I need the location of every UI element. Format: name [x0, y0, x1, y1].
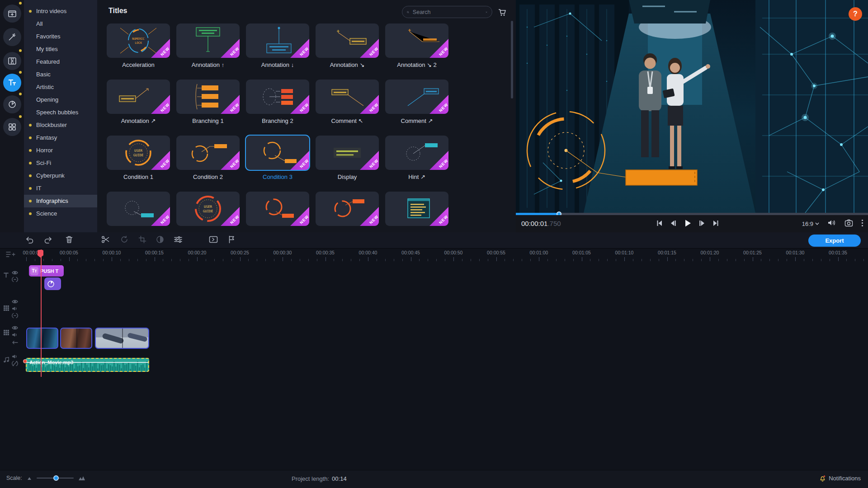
stickers-button[interactable]	[3, 95, 21, 113]
more-tools-button[interactable]	[3, 118, 21, 136]
title-card-annotation-se-2[interactable]: NEW Annotation ↘ 2	[385, 23, 448, 69]
next-frame-button[interactable]	[698, 220, 706, 227]
rotate-button[interactable]	[120, 235, 130, 245]
title-card-row4-1[interactable]: NEW	[107, 192, 170, 232]
category-item-blockbuster[interactable]: Blockbuster	[24, 119, 97, 131]
title-card-condition-2[interactable]: NEW Condition 2	[176, 136, 240, 181]
video-track-align-button[interactable]	[12, 338, 18, 347]
skip-to-start-button[interactable]	[656, 220, 663, 227]
category-item-basic[interactable]: Basic	[24, 68, 97, 81]
search-box[interactable]	[402, 6, 492, 18]
volume-button[interactable]	[827, 219, 836, 229]
category-item-sci-fi[interactable]: Sci-Fi	[24, 157, 97, 169]
ruler-tick	[163, 259, 163, 261]
title-card-branching-1[interactable]: NEW Branching 1	[176, 80, 240, 125]
title-card-annotation-down[interactable]: NEW Annotation ↓	[246, 23, 309, 69]
card-label: Annotation ↑	[176, 61, 240, 69]
category-item-artistic[interactable]: Artistic	[24, 81, 97, 94]
timeline-ruler[interactable]: 00:00:0000:00:0500:00:1000:00:1500:00:20…	[0, 249, 868, 262]
notifications-button[interactable]: Notifications	[819, 475, 861, 482]
add-track-button[interactable]	[5, 250, 15, 260]
project-length: Project length:00:14	[292, 475, 347, 482]
video-clip-3[interactable]	[95, 328, 149, 349]
search-input[interactable]	[413, 9, 486, 15]
title-card-row4-2[interactable]: USER GUIDE NEW	[176, 192, 240, 232]
category-item-intro-videos[interactable]: Intro videos	[24, 5, 97, 18]
audio-track-unlink-toggle[interactable]	[12, 360, 18, 368]
help-button[interactable]: ?	[849, 7, 862, 21]
titles-button[interactable]	[3, 74, 21, 92]
title-card-row4-4[interactable]: NEW	[316, 192, 379, 232]
zoom-out-icon[interactable]	[27, 476, 32, 480]
ruler-tick	[479, 259, 480, 261]
clip-properties-button[interactable]	[174, 235, 184, 245]
audio-clip[interactable]: Action_Movie.mp3	[26, 358, 149, 372]
import-button[interactable]	[3, 5, 21, 23]
split-button[interactable]	[101, 235, 111, 245]
category-item-my-titles[interactable]: My titles	[24, 43, 97, 56]
play-button[interactable]	[683, 219, 692, 228]
title-card-annotation-up[interactable]: NEW Annotation ↑	[176, 23, 240, 69]
audio-keyframe-dot[interactable]	[23, 359, 27, 363]
title-card-annotation-ne[interactable]: NEW Annotation ↗	[107, 80, 170, 125]
panel-scrollbar[interactable]	[511, 21, 513, 99]
redo-button[interactable]	[43, 235, 53, 245]
title-card-row4-5[interactable]: NEW	[385, 192, 448, 232]
title-track-link-toggle[interactable]	[12, 276, 18, 284]
category-item-opening[interactable]: Opening	[24, 94, 97, 106]
category-item-cyberpunk[interactable]: Cyberpunk	[24, 169, 97, 182]
video-clip-2[interactable]	[60, 328, 92, 349]
ruler-label: 00:00:55	[487, 250, 505, 255]
title-card-annotation-se[interactable]: NEW Annotation ↘	[316, 23, 379, 69]
ruler-tick	[171, 259, 172, 261]
title-card-comment-ne[interactable]: NEW Comment ↗	[385, 80, 448, 125]
category-item-favorites[interactable]: Favorites	[24, 30, 97, 43]
infographic-clip[interactable]	[44, 277, 61, 290]
ruler-tick	[103, 259, 104, 261]
category-item-it[interactable]: IT	[24, 182, 97, 195]
scale-slider-knob[interactable]	[53, 475, 59, 481]
category-item-horror[interactable]: Horror	[24, 144, 97, 157]
category-item-featured[interactable]: Featured	[24, 56, 97, 68]
scene-detection-button[interactable]	[209, 235, 219, 245]
video-clip-1[interactable]	[26, 328, 58, 349]
title-card-display[interactable]: NEW Display	[316, 136, 379, 181]
previous-frame-button[interactable]	[670, 220, 677, 227]
category-item-all[interactable]: All	[24, 18, 97, 30]
delete-button[interactable]	[65, 235, 75, 245]
category-item-science[interactable]: Science	[24, 207, 97, 220]
undo-button[interactable]	[25, 235, 35, 245]
title-card-acceleration[interactable]: NUMERIC LOCK NEW Acceleration	[107, 23, 170, 69]
title-card-row4-3[interactable]: NEW	[246, 192, 309, 232]
title-clip[interactable]: Tт PUSH T	[29, 265, 64, 277]
color-adjustments-button[interactable]	[156, 235, 166, 245]
category-item-speech-bubbles[interactable]: Speech bubbles	[24, 106, 97, 119]
marker-button[interactable]	[228, 235, 238, 245]
titles-new-dot	[19, 71, 22, 74]
player-menu-button[interactable]	[861, 219, 863, 229]
filters-button[interactable]	[3, 28, 21, 46]
title-card-condition-3[interactable]: NEW Condition 3	[246, 136, 309, 181]
clear-search-icon[interactable]	[486, 9, 487, 15]
scale-slider[interactable]	[37, 478, 74, 479]
ruler-label: 00:00:20	[188, 250, 207, 255]
svg-text:USER: USER	[134, 149, 143, 153]
overlay-track-link-toggle[interactable]	[12, 312, 18, 320]
store-cart-button[interactable]	[497, 7, 508, 18]
category-item-infographics[interactable]: Infographics	[24, 195, 97, 207]
skip-to-end-button[interactable]	[712, 220, 719, 227]
snapshot-button[interactable]	[844, 219, 853, 229]
category-item-fantasy[interactable]: Fantasy	[24, 131, 97, 144]
title-card-hint-ne[interactable]: NEW Hint ↗	[385, 136, 448, 181]
crop-button[interactable]	[138, 235, 148, 245]
transitions-button[interactable]	[3, 52, 21, 70]
zoom-in-icon[interactable]	[78, 475, 85, 481]
title-card-comment-nw[interactable]: NEW Comment ↖	[316, 80, 379, 125]
title-card-condition-1[interactable]: USER GUIDE NEW Condition 1	[107, 136, 170, 181]
ruler-tick	[206, 259, 206, 261]
transitions-new-dot	[19, 49, 22, 52]
aspect-ratio-dropdown[interactable]: 16:9	[802, 221, 819, 227]
export-button[interactable]: Export	[808, 235, 861, 247]
ruler-tick	[231, 259, 232, 261]
title-card-branching-2[interactable]: NEW Branching 2	[246, 80, 309, 125]
